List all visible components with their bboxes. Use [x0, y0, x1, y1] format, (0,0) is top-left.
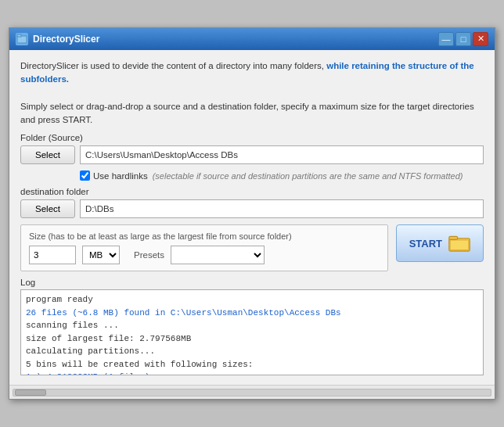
description-highlight: while retaining the structure of the sub… — [20, 61, 474, 84]
log-line-5: 5 bins will be created with following si… — [26, 358, 478, 371]
size-controls-row: KB MB GB Presets — [29, 246, 380, 264]
minimize-button[interactable]: — — [438, 32, 454, 46]
destination-folder-row: Select — [20, 199, 484, 218]
destination-path-input[interactable] — [80, 199, 484, 218]
svg-rect-4 — [450, 240, 468, 249]
log-line-1: 26 files (~6.8 MB) found in C:\Users\Usm… — [26, 307, 478, 320]
source-path-input[interactable] — [80, 145, 484, 164]
size-value-input[interactable] — [29, 246, 76, 264]
log-section: Log program ready 26 files (~6.8 MB) fou… — [20, 278, 484, 375]
folder-icon — [448, 234, 470, 253]
source-select-button[interactable]: Select — [20, 145, 75, 164]
scrollbar-thumb[interactable] — [15, 389, 46, 396]
titlebar-buttons: — □ ✕ — [438, 32, 488, 46]
source-folder-label: Folder (Source) — [20, 133, 484, 142]
close-button[interactable]: ✕ — [473, 32, 488, 46]
log-line-0: program ready — [26, 293, 478, 307]
main-content: DirectorySlicer is used to devide the co… — [9, 50, 495, 385]
main-window: DirectorySlicer — □ ✕ DirectorySlicer is… — [9, 27, 495, 400]
titlebar-left: DirectorySlicer — [16, 33, 99, 45]
bottom-bar — [9, 385, 495, 399]
hardlinks-checkbox-wrapper: Use hardlinks — [80, 170, 148, 181]
description-text: DirectorySlicer is used to devide the co… — [20, 59, 484, 127]
log-label: Log — [20, 278, 484, 287]
hardlinks-note: (selectable if source and destination pa… — [153, 171, 463, 181]
destination-folder-section: destination folder Select — [20, 187, 484, 218]
size-label: Size (has to be at least as large as the… — [29, 231, 380, 241]
source-folder-row: Select — [20, 145, 484, 164]
log-line-2: scanning files ... — [26, 319, 478, 332]
size-section: Size (has to be at least as large as the… — [20, 224, 388, 271]
size-start-row: Size (has to be at least as large as the… — [20, 224, 484, 271]
description-line1: DirectorySlicer is used to devide the co… — [20, 61, 474, 84]
start-button[interactable]: START — [396, 224, 484, 262]
size-unit-select[interactable]: KB MB GB — [82, 246, 120, 264]
log-line-4: calculating partitions... — [26, 345, 478, 358]
log-line-3: size of largest file: 2.797568MB — [26, 332, 478, 346]
svg-rect-3 — [449, 237, 458, 240]
horizontal-scrollbar[interactable] — [13, 389, 491, 396]
presets-select[interactable] — [171, 246, 265, 264]
app-icon — [16, 33, 28, 45]
svg-rect-1 — [17, 34, 21, 37]
hardlinks-checkbox[interactable] — [80, 170, 90, 181]
source-folder-section: Folder (Source) Select — [20, 133, 484, 164]
hardlinks-row: Use hardlinks (selectable if source and … — [20, 170, 484, 181]
window-title: DirectorySlicer — [33, 34, 99, 45]
destination-folder-label: destination folder — [20, 187, 484, 196]
destination-select-button[interactable]: Select — [20, 199, 75, 218]
maximize-button[interactable]: □ — [455, 32, 471, 46]
log-box[interactable]: program ready 26 files (~6.8 MB) found i… — [20, 289, 484, 375]
hardlinks-label: Use hardlinks — [93, 171, 148, 181]
start-button-label: START — [409, 238, 442, 249]
presets-label: Presets — [134, 250, 164, 260]
titlebar: DirectorySlicer — □ ✕ — [9, 28, 495, 50]
description-line2: Simply select or drag-and-drop a source … — [20, 102, 474, 124]
log-line-6: 1.) 4.318003MB (1 files) — [26, 371, 478, 375]
